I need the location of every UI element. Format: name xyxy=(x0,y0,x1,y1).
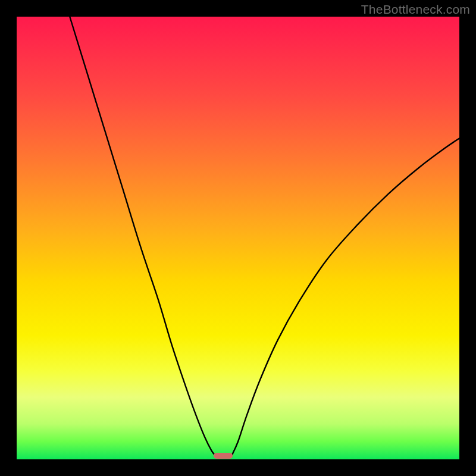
curve-layer xyxy=(17,17,459,459)
right-curve xyxy=(231,139,459,456)
watermark-text: TheBottleneck.com xyxy=(361,2,470,17)
chart-frame: TheBottleneck.com xyxy=(0,0,476,476)
left-curve xyxy=(70,17,216,456)
plot-area xyxy=(17,17,459,459)
bottleneck-marker xyxy=(214,453,233,459)
